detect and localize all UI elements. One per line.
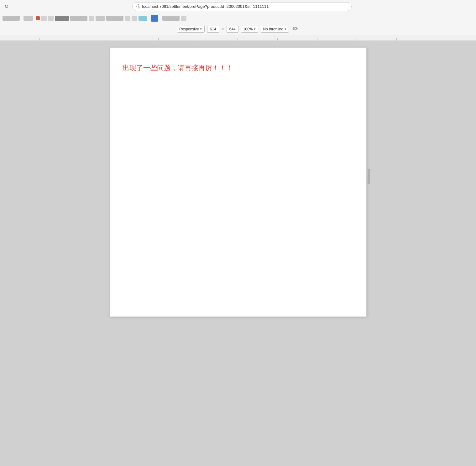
height-input[interactable] [227, 26, 238, 33]
ruler-seg-4 [119, 38, 159, 40]
bookmark-red[interactable] [36, 16, 40, 20]
scrollbar-track[interactable] [367, 48, 371, 317]
bookmark-item-4[interactable] [48, 16, 54, 21]
ruler-seg-2 [40, 38, 80, 40]
ruler-seg-1 [0, 38, 40, 40]
page-content: 出现了一些问题，请再接再厉！！！ [110, 48, 366, 82]
responsive-dropdown[interactable]: Responsive ▼ [177, 26, 205, 33]
zoom-arrow: ▼ [253, 28, 256, 31]
bookmark-item-10[interactable] [125, 16, 130, 21]
throttling-label: No throttling [263, 27, 283, 31]
bookmark-blue-square[interactable] [151, 15, 158, 22]
throttling-dropdown[interactable]: No throttling ▼ [261, 26, 289, 33]
bookmarks-bar [0, 13, 476, 23]
throttling-arrow: ▼ [284, 28, 287, 31]
ruler [0, 35, 476, 41]
zoom-dropdown[interactable]: 100% ▼ [241, 26, 259, 33]
bookmark-item-9[interactable] [106, 16, 123, 21]
bookmark-cyan[interactable] [139, 16, 147, 21]
ruler-seg-11 [397, 38, 437, 40]
browser-chrome: ↻ ⓘ localhost:7081/settlement/prePage?pr… [0, 0, 476, 41]
bookmark-item-1[interactable] [3, 16, 20, 21]
ruler-marks [0, 35, 476, 40]
responsive-arrow: ▼ [200, 28, 202, 31]
dimension-separator: × [222, 27, 224, 32]
address-bar-row: ↻ ⓘ localhost:7081/settlement/prePage?pr… [0, 0, 476, 13]
bookmark-item-8[interactable] [96, 16, 105, 21]
ruler-seg-12 [436, 38, 476, 40]
responsive-label: Responsive [179, 27, 199, 31]
reload-icon[interactable]: ↻ [4, 4, 9, 9]
devtools-toolbar: Responsive ▼ × 100% ▼ No throttling ▼ [0, 23, 476, 35]
ruler-seg-3 [79, 38, 119, 40]
bookmark-item-2[interactable] [24, 16, 33, 21]
ruler-seg-8 [278, 38, 317, 40]
bookmark-item-13[interactable] [181, 16, 186, 21]
error-message: 出现了一些问题，请再接再厉！！！ [123, 63, 354, 73]
info-icon: ⓘ [136, 4, 140, 9]
url-text: localhost:7081/settlement/prePage?produc… [142, 4, 269, 9]
ruler-seg-9 [317, 38, 357, 40]
bookmark-item-12[interactable] [162, 16, 180, 21]
bookmark-item-11[interactable] [132, 16, 137, 21]
width-input[interactable] [207, 26, 219, 33]
ruler-seg-10 [357, 38, 397, 40]
bookmark-item-6[interactable] [70, 16, 87, 21]
ruler-seg-5 [159, 38, 198, 40]
bookmark-item-7[interactable] [89, 16, 94, 21]
bookmark-item-5[interactable] [55, 16, 69, 21]
zoom-label: 100% [243, 27, 253, 31]
content-area: 出现了一些问题，请再接再厉！！！ [0, 41, 476, 466]
scrollbar-handle[interactable] [368, 169, 370, 184]
sensors-icon[interactable] [291, 25, 299, 34]
bookmark-item-3[interactable] [41, 16, 47, 21]
address-field[interactable]: ⓘ localhost:7081/settlement/prePage?prod… [132, 2, 352, 11]
page-viewport: 出现了一些问题，请再接再厉！！！ [110, 47, 367, 317]
ruler-seg-6 [198, 38, 238, 40]
svg-point-1 [294, 28, 296, 29]
ruler-seg-7 [238, 38, 278, 40]
